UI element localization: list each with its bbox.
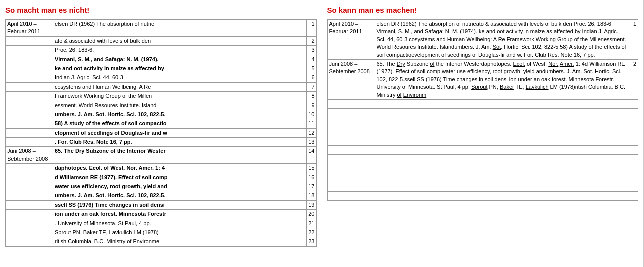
table-row: Virmani, S. M., and Safaga: N. M. (1974)… (6, 55, 317, 64)
table-row: Indian J. Agric. Sci. 44, 60-3.6 (6, 74, 317, 82)
right-panel-title: So kann man es machen! (327, 6, 639, 14)
num-cell: 1 (307, 20, 316, 37)
num-cell: 20 (307, 210, 316, 219)
text-cell: ion under an oak forest. Minnesota Fores… (53, 210, 307, 219)
table-row: elopment of seedlings of Douglas-fir and… (6, 128, 317, 138)
num-cell: 13 (307, 138, 316, 147)
date-cell-empty (6, 210, 53, 219)
num-cell: 2 (629, 60, 638, 100)
text-cell: elopment of seedlings of Douglas-fir and… (53, 128, 307, 138)
date-cell-empty (6, 182, 53, 192)
date-cell-empty (6, 128, 53, 138)
date-cell-empty (6, 164, 53, 173)
text-cell: water use efficiency, root growth, yield… (53, 182, 307, 192)
num-cell: 22 (307, 228, 316, 237)
num-cell: 14 (307, 147, 316, 164)
date-cell-empty (6, 82, 53, 92)
num-cell: 16 (307, 173, 316, 182)
table-row: ke and oot activity in maize as affected… (6, 64, 317, 73)
table-row: Proc. 26, 183-6.3 (6, 46, 317, 55)
num-cell: 15 (307, 164, 316, 173)
date-cell-empty (6, 36, 53, 46)
date-cell: Juni 2008 – Sebtember 2008 (6, 147, 53, 164)
date-cell: April 2010 – Februar 2011 (327, 20, 375, 60)
num-cell: 12 (307, 128, 316, 138)
table-row (327, 192, 638, 200)
num-cell: 6 (307, 74, 316, 82)
table-row (327, 174, 638, 182)
num-cell: 23 (307, 238, 316, 246)
date-cell-empty (6, 64, 53, 73)
table-row (327, 182, 638, 192)
table-row: ato & associated with levels of bulk den… (6, 36, 317, 46)
text-cell: . University of Minnesota. St Paul, 4 pp… (53, 219, 307, 228)
num-cell: 7 (307, 82, 316, 92)
left-table: April 2010 – Februar 2011elsen DR (1962)… (5, 20, 317, 247)
table-row: essment. World Resoures Institute. Islan… (6, 101, 317, 110)
text-cell: elsen DR (1962) The absorption of nutrie (53, 20, 307, 37)
right-panel: So kann man es machen! April 2010 – Febr… (322, 0, 645, 267)
date-cell: April 2010 – Februar 2011 (6, 20, 53, 37)
table-row: 58) A study of the effects of soil compa… (6, 120, 317, 128)
date-cell-empty (6, 200, 53, 210)
text-cell: Proc. 26, 183-6. (53, 46, 307, 55)
num-cell: 8 (307, 92, 316, 101)
text-cell: Indian J. Agric. Sci. 44, 60-3. (53, 74, 307, 82)
table-row (327, 109, 638, 118)
table-row: water use efficiency, root growth, yield… (6, 182, 317, 192)
date-cell-empty (6, 120, 53, 128)
table-row: d Williamson RE (1977). Effect of soil c… (6, 173, 317, 182)
date-cell-empty (6, 228, 53, 237)
date-cell-empty (6, 46, 53, 55)
table-row: April 2010 – Februar 2011elsen DR (1962)… (6, 20, 317, 37)
table-row (327, 118, 638, 127)
table-row (327, 155, 638, 164)
table-row: Sprout PN, Baker TE, Lavkulich LM (1978)… (6, 228, 317, 237)
date-cell-empty (6, 110, 53, 119)
text-cell: 65. The Dry Subzone of the Interior West… (375, 60, 629, 100)
table-row (327, 100, 638, 108)
date-cell-empty (6, 238, 53, 246)
date-cell-empty (6, 173, 53, 182)
num-cell: 4 (307, 55, 316, 64)
text-cell: 58) A study of the effects of soil compa… (53, 120, 307, 128)
table-row: Framework Working Group of the Millen8 (6, 92, 317, 101)
num-cell: 3 (307, 46, 316, 55)
num-cell: 21 (307, 219, 316, 228)
table-row: umbers. J. Am. Sot. Hortic. Sci. 102, 82… (6, 110, 317, 119)
text-cell: elsen DR (1962) The absorption of nutrie… (375, 20, 629, 60)
date-cell-empty (6, 55, 53, 64)
num-cell: 9 (307, 101, 316, 110)
table-row: . University of Minnesota. St Paul, 4 pp… (6, 219, 317, 228)
num-cell: 11 (307, 120, 316, 128)
text-cell: umbers. J. Am. Sot. Hortic. Sci. 102, 82… (53, 110, 307, 119)
right-table: April 2010 – Februar 2011elsen DR (1962)… (327, 20, 639, 201)
num-cell: 18 (307, 192, 316, 200)
table-row (327, 136, 638, 146)
table-row: ssell SS (1976) Time changes in soil den… (6, 200, 317, 210)
text-cell: cosystems and Human Wellbeing: A Re (53, 82, 307, 92)
text-cell: ato & associated with levels of bulk den (53, 36, 307, 46)
num-cell: 2 (307, 36, 316, 46)
num-cell: 5 (307, 64, 316, 73)
num-cell: 10 (307, 110, 316, 119)
table-row: Juni 2008 – Sebtember 200865. The Dry Su… (327, 60, 638, 100)
table-row: umbers. J. Am. Sot. Hortic. Sci. 102, 82… (6, 192, 317, 200)
text-cell: 65. The Dry Subzone of the Interior West… (53, 147, 307, 164)
text-cell: essment. World Resoures Institute. Islan… (53, 101, 307, 110)
table-row: Juni 2008 – Sebtember 200865. The Dry Su… (6, 147, 317, 164)
table-row: ritish Columbia. B.C. Ministry of Enviro… (6, 238, 317, 246)
text-cell: . For. Club Res. Note 16, 7 pp. (53, 138, 307, 147)
date-cell-empty (6, 219, 53, 228)
num-cell: 19 (307, 200, 316, 210)
text-cell: ritish Columbia. B.C. Ministry of Enviro… (53, 238, 307, 246)
table-row: cosystems and Human Wellbeing: A Re7 (6, 82, 317, 92)
table-row: ion under an oak forest. Minnesota Fores… (6, 210, 317, 219)
text-cell: Framework Working Group of the Millen (53, 92, 307, 101)
text-cell: ke and oot activity in maize as affected… (53, 64, 307, 73)
text-cell: Sprout PN, Baker TE, Lavkulich LM (1978) (53, 228, 307, 237)
date-cell-empty (6, 92, 53, 101)
table-row (327, 146, 638, 154)
date-cell-empty (6, 138, 53, 147)
table-row: April 2010 – Februar 2011elsen DR (1962)… (327, 20, 638, 60)
